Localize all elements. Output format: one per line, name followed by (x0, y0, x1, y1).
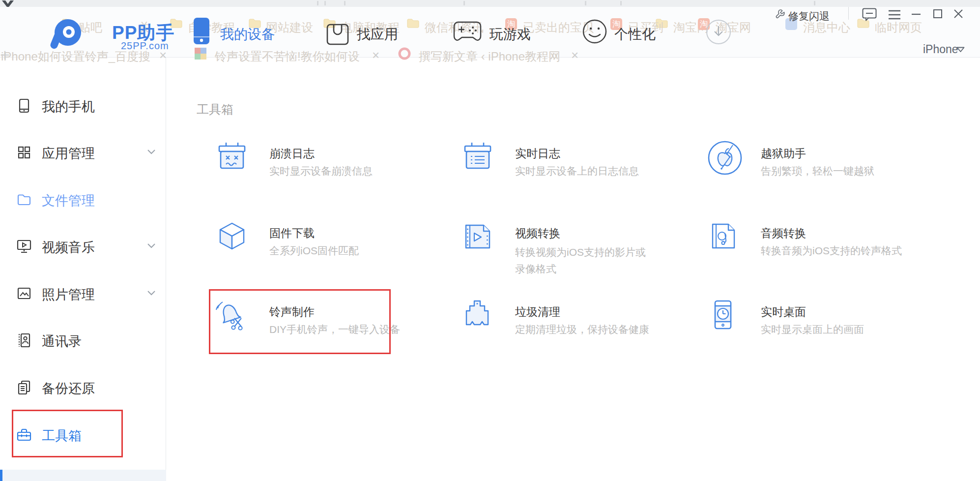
annotation-box-toolbox (12, 410, 123, 457)
tool-desc: 全系列iOS固件匹配 (269, 244, 359, 258)
tool-title: 垃圾清理 (515, 304, 560, 320)
chevron-down-icon[interactable] (147, 150, 155, 155)
tool-desc: 转换音频为iOS支持的铃声格式 (761, 244, 902, 258)
tool-live-log[interactable]: 实时日志 实时显示设备上的日志信息 (461, 140, 692, 209)
download-manager-icon[interactable] (705, 19, 732, 45)
browser-chrome-mark (620, 1, 622, 5)
video-convert-icon (461, 219, 494, 255)
annotation-box-ringtone (209, 289, 391, 354)
browser-tab[interactable]: 撰写新文章 ‹ iPhone教程网 (419, 49, 560, 64)
browser-chrome-mark (317, 1, 318, 5)
tool-desc: 实时显示设备上的日志信息 (515, 164, 639, 178)
tool-desc: 转换视频为iOS支持的影片或录像格式 (515, 244, 654, 277)
tool-title: 音频转换 (761, 226, 806, 241)
device-selector[interactable]: iPhone (923, 43, 958, 56)
live-desktop-icon (707, 298, 740, 333)
browser-chrome-mark (585, 1, 586, 5)
titlebar-divider (848, 7, 849, 20)
photo-icon (16, 286, 32, 301)
tool-title: 实时日志 (515, 146, 560, 161)
bookmark-item: 临时网页 (875, 20, 922, 35)
tool-firmware-download[interactable]: 固件下载 全系列iOS固件匹配 (215, 219, 446, 288)
find-apps-icon (326, 20, 349, 45)
nav-my-device[interactable]: 我的设备 (220, 25, 275, 44)
tool-desc: 实时显示桌面上的画面 (761, 323, 864, 336)
folder-icon (407, 18, 420, 28)
live-log-icon (461, 140, 494, 175)
pp-assistant-window: 贴吧 关 自学教程 网站建设 电脑和教程 微信和资讯 淘 已卖出的宝贝 淘 已买… (0, 0, 980, 481)
tool-desc: 实时显示设备崩溃信息 (269, 164, 373, 178)
tool-live-desktop[interactable]: 实时桌面 实时显示桌面上的画面 (707, 298, 938, 367)
sidebar-item-contacts[interactable]: 通讯录 (42, 332, 82, 350)
backup-restore-icon (16, 380, 32, 395)
nav-find-apps[interactable]: 找应用 (357, 25, 398, 44)
sidebar-item-file-management[interactable]: 文件管理 (42, 192, 95, 210)
tool-jailbreak[interactable]: 越狱助手 告别繁琐，轻松一键越狱 (707, 140, 938, 209)
chevron-down-icon[interactable] (956, 47, 965, 53)
video-music-icon (16, 239, 32, 254)
sidebar-selected-indicator (0, 470, 2, 481)
fix-crash-icon (776, 9, 785, 20)
background-browser-icon (1, 0, 14, 7)
app-subtitle: 25PP.com (121, 40, 169, 52)
menu-icon[interactable] (888, 9, 901, 20)
apps-grid-icon (16, 145, 32, 160)
browser-chrome-mark (344, 1, 346, 5)
nav-play-games[interactable]: 玩游戏 (490, 25, 531, 44)
contacts-icon (16, 332, 32, 348)
folder-icon (16, 192, 32, 208)
background-browser-topbar (0, 0, 980, 7)
sidebar-item-video-music[interactable]: 视频音乐 (42, 239, 95, 256)
tool-audio-convert[interactable]: 音频转换 转换音频为iOS支持的铃声格式 (707, 219, 938, 288)
nav-personalize[interactable]: 个性化 (614, 25, 656, 44)
tool-title: 崩溃日志 (269, 146, 315, 161)
tab-favicon[interactable] (194, 47, 207, 60)
minimize-icon[interactable] (911, 13, 921, 15)
firmware-download-icon (215, 219, 249, 255)
tool-desc: 告别繁琐，轻松一键越狱 (761, 164, 874, 178)
tool-video-convert[interactable]: 视频转换 转换视频为iOS支持的影片或录像格式 (461, 219, 692, 288)
new-tab-button[interactable]: + (0, 45, 10, 64)
tool-title: 实时桌面 (761, 304, 806, 320)
sidebar-item-photo-management[interactable]: 照片管理 (42, 286, 95, 303)
chevron-down-icon[interactable] (147, 291, 155, 296)
tool-crash-log[interactable]: 崩溃日志 实时显示设备崩溃信息 (215, 140, 446, 209)
browser-chrome-mark (814, 1, 815, 5)
phone-icon (16, 98, 32, 114)
sidebar-item-my-phone[interactable]: 我的手机 (42, 98, 95, 116)
fix-crash-button[interactable]: 修复闪退 (788, 9, 830, 23)
tool-title: 固件下载 (269, 226, 315, 241)
personalize-icon (582, 19, 607, 44)
chevron-down-icon[interactable] (147, 243, 155, 249)
audio-convert-icon (707, 219, 740, 255)
tool-title: 视频转换 (515, 226, 560, 241)
page-title: 工具箱 (197, 101, 233, 118)
junk-clean-icon (461, 298, 494, 333)
sidebar-item-backup-restore[interactable]: 备份还原 (42, 380, 95, 397)
browser-chrome-mark (324, 1, 326, 5)
my-device-icon (193, 17, 210, 45)
browser-tab[interactable]: 铃声设置不苦恼!教你如何设 (215, 49, 360, 64)
sidebar-selected-row-bg (0, 470, 166, 481)
tool-desc: 定期清理垃圾，保持设备健康 (515, 323, 649, 336)
tab-close-icon[interactable]: × (372, 48, 379, 63)
jailbreak-icon (707, 140, 743, 178)
tool-title: 越狱助手 (761, 146, 806, 161)
crash-log-icon (215, 140, 249, 175)
play-games-icon (453, 21, 482, 43)
feedback-icon[interactable] (862, 8, 877, 21)
tool-junk-clean[interactable]: 垃圾清理 定期清理垃圾，保持设备健康 (461, 298, 692, 367)
browser-chrome-mark (463, 1, 465, 5)
tab-close-icon[interactable]: × (571, 48, 578, 63)
maximize-icon[interactable] (933, 9, 943, 19)
close-icon[interactable] (953, 9, 963, 19)
pp-logo-icon (49, 18, 83, 51)
sidebar-item-app-management[interactable]: 应用管理 (42, 145, 95, 162)
tab-favicon[interactable] (398, 47, 411, 60)
